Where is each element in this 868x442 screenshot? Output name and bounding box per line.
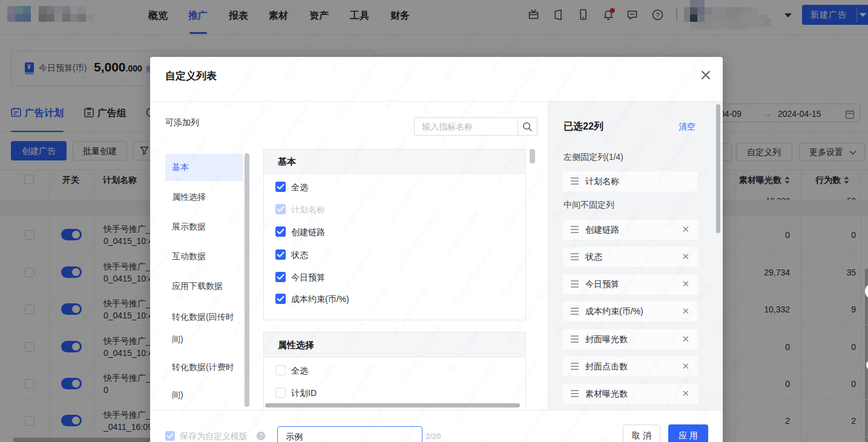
svg-text:?: ? [259,433,263,440]
